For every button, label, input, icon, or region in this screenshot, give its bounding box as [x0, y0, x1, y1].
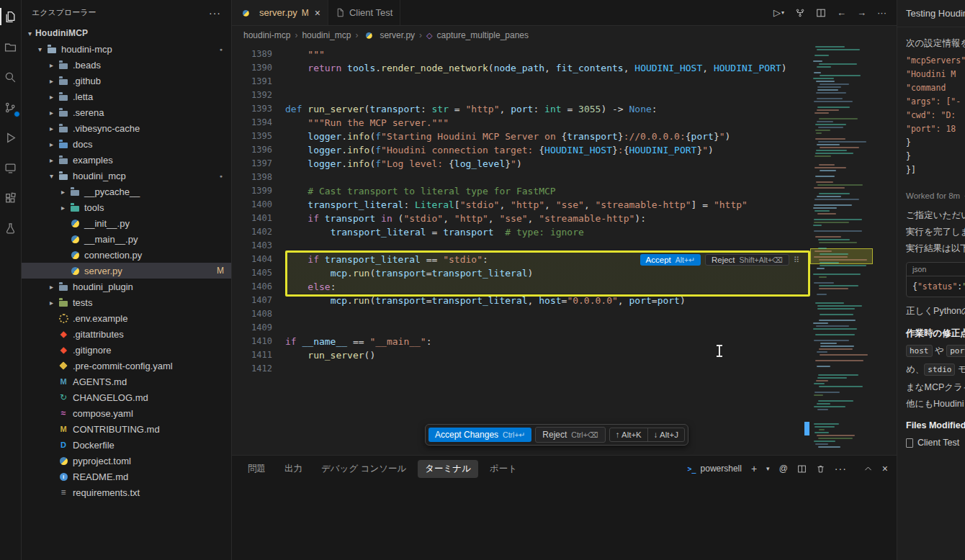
tree-item-houdini-mcp[interactable]: ▾houdini-mcp● — [22, 41, 231, 57]
line-number[interactable]: 1404 — [232, 253, 285, 266]
code-line-1395[interactable]: 1395 logger.info(f"Starting Houdini MCP … — [232, 130, 810, 143]
tree-item-pycache[interactable]: ▸__pycache__ — [22, 184, 231, 199]
extensions-icon[interactable] — [0, 186, 22, 210]
code-line-1402[interactable]: 1402 transport_literal = transport # typ… — [232, 225, 810, 239]
line-number[interactable]: 1397 — [232, 157, 285, 171]
code-line-1406[interactable]: 1406 else: — [232, 280, 810, 294]
split-editor-icon[interactable] — [816, 8, 826, 18]
panel-tab-output[interactable]: 出力 — [277, 460, 310, 478]
line-number[interactable]: 1395 — [232, 130, 285, 143]
line-number[interactable]: 1390 — [232, 61, 285, 75]
graph-icon[interactable] — [795, 8, 805, 18]
source-control-icon[interactable] — [0, 95, 22, 119]
close-panel-icon[interactable]: × — [882, 463, 888, 474]
code-line-1412[interactable]: 1412 — [232, 362, 810, 376]
line-number[interactable]: 1409 — [232, 321, 285, 335]
prev-change-button[interactable]: ↑ Alt+K — [610, 428, 647, 441]
trash-icon[interactable] — [816, 464, 825, 474]
chevron-right-icon[interactable]: ▸ — [46, 109, 57, 117]
chevron-down-icon[interactable]: ▾ — [766, 465, 770, 472]
code-line-1396[interactable]: 1396 logger.info(f"Houdini connection ta… — [232, 143, 810, 157]
panel-tab-ports[interactable]: ポート — [482, 460, 524, 478]
new-terminal-icon[interactable]: + — [751, 463, 757, 474]
accept-changes-button[interactable]: Accept ChangesCtrl+↵ — [428, 428, 531, 442]
run-debug-icon[interactable] — [0, 125, 22, 150]
tree-item-beads[interactable]: ▸.beads — [22, 57, 231, 73]
chevron-right-icon[interactable]: ▸ — [58, 188, 68, 196]
line-number[interactable]: 1405 — [232, 266, 285, 280]
code-line-1393[interactable]: 1393def run_server(transport: str = "htt… — [232, 102, 810, 116]
remote-explorer-icon[interactable] — [0, 155, 22, 180]
code-line-1401[interactable]: 1401 if transport in ("stdio", "http", "… — [232, 212, 810, 225]
more-actions-icon[interactable]: ··· — [835, 463, 847, 474]
tree-item-tests[interactable]: ▸tests — [22, 294, 231, 310]
line-number[interactable]: 1410 — [232, 335, 285, 348]
chevron-right-icon[interactable]: ▸ — [58, 204, 68, 212]
tree-item-connection-py[interactable]: connection.py — [22, 247, 231, 263]
more-actions-icon[interactable]: ··· — [209, 7, 221, 19]
tree-item-compose-yaml[interactable]: compose.yaml — [22, 405, 231, 421]
code-line-1410[interactable]: 1410if __name__ == "__main__": — [232, 335, 810, 348]
reject-button[interactable]: RejectShift+Alt+⌫ — [705, 254, 789, 266]
line-number[interactable]: 1402 — [232, 225, 285, 239]
breadcrumb-item[interactable]: capture_multiple_panes — [437, 30, 529, 40]
tree-item-pre-commit-config-yaml[interactable]: .pre-commit-config.yaml — [22, 358, 231, 374]
chevron-down-icon[interactable]: ▾ — [46, 172, 57, 180]
tree-item-houdini-plugin[interactable]: ▸houdini_plugin — [22, 279, 231, 294]
line-number[interactable]: 1391 — [232, 75, 285, 89]
line-number[interactable]: 1400 — [232, 198, 285, 212]
code-line-1407[interactable]: 1407 mcp.run(transport=transport_literal… — [232, 294, 810, 307]
tree-item-examples[interactable]: ▸examples — [22, 152, 231, 168]
code-line-1408[interactable]: 1408 — [232, 307, 810, 321]
tab-client-test[interactable]: Client Test — [328, 0, 400, 25]
tree-item-houdini-mcp[interactable]: ▾houdini_mcp● — [22, 168, 231, 184]
tree-item-gitattributes[interactable]: .gitattributes — [22, 326, 231, 342]
workspace-section-header[interactable]: ▾ HoudiniMCP — [22, 25, 231, 41]
line-number[interactable]: 1407 — [232, 294, 285, 307]
code-line-1411[interactable]: 1411 run_server() — [232, 348, 810, 362]
tree-item-server-py[interactable]: server.pyM — [22, 263, 231, 279]
tree-item-pyproject-toml[interactable]: pyproject.toml — [22, 453, 231, 469]
code-line-1403[interactable]: 1403 — [232, 239, 810, 253]
chevron-right-icon[interactable]: ▸ — [46, 156, 57, 164]
panel-tab-terminal[interactable]: ターミナル — [418, 460, 478, 478]
code-line-1398[interactable]: 1398 — [232, 171, 810, 184]
split-terminal-icon[interactable] — [797, 464, 807, 474]
terminal-profile[interactable]: >_ powershell — [687, 464, 741, 474]
back-icon[interactable]: ← — [837, 7, 846, 18]
line-number[interactable]: 1412 — [232, 362, 285, 376]
tree-item-init-py[interactable]: __init__.py — [22, 215, 231, 231]
next-change-button[interactable]: ↓ Alt+J — [647, 428, 684, 441]
tab-server-py[interactable]: server.py M × — [232, 0, 328, 25]
code-line-1391[interactable]: 1391 — [232, 75, 810, 89]
terminal-content[interactable] — [232, 482, 897, 560]
testing-icon[interactable] — [0, 216, 22, 240]
code-line-1409[interactable]: 1409 — [232, 321, 810, 335]
breadcrumb-item[interactable]: server.py — [380, 30, 415, 40]
drag-handle-icon[interactable]: ⠿ — [794, 256, 799, 264]
line-number[interactable]: 1408 — [232, 307, 285, 321]
chevron-right-icon[interactable]: ▸ — [46, 61, 57, 69]
line-number[interactable]: 1401 — [232, 212, 285, 225]
minimap[interactable] — [810, 45, 880, 455]
modified-file-item[interactable]: Client Test — [906, 438, 965, 448]
explorer-icon[interactable] — [0, 4, 22, 29]
line-number[interactable]: 1406 — [232, 280, 285, 294]
run-button[interactable]: ▷▾ — [773, 7, 784, 18]
tree-item-vibesync-cache[interactable]: ▸.vibesync-cache — [22, 120, 231, 136]
line-number[interactable]: 1394 — [232, 116, 285, 130]
tree-item-github[interactable]: ▸.github — [22, 73, 231, 89]
chevron-right-icon[interactable]: ▸ — [46, 283, 57, 291]
chevron-down-icon[interactable]: ▾ — [35, 45, 45, 53]
tree-item-dockerfile[interactable]: Dockerfile — [22, 437, 231, 453]
line-number[interactable]: 1392 — [232, 89, 285, 102]
chevron-right-icon[interactable]: ▸ — [46, 93, 57, 101]
tree-item-tools[interactable]: ▸tools — [22, 199, 231, 215]
code-line-1394[interactable]: 1394 """Run the MCP server.""" — [232, 116, 810, 130]
folder-icon[interactable] — [0, 35, 22, 59]
line-number[interactable]: 1411 — [232, 348, 285, 362]
line-number[interactable]: 1403 — [232, 239, 285, 253]
line-number[interactable]: 1393 — [232, 102, 285, 116]
search-icon[interactable] — [0, 65, 22, 89]
code-line-1392[interactable]: 1392 — [232, 89, 810, 102]
